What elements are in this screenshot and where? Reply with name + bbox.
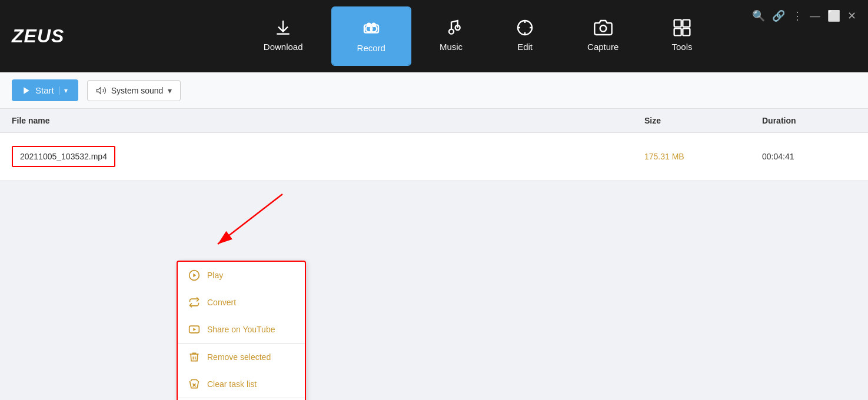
cell-duration: 00:04:41 xyxy=(750,133,868,181)
nav-item-music[interactable]: Music xyxy=(416,8,486,65)
table-header-row: File name Size Duration xyxy=(0,109,868,133)
file-name-value: 20211005_103532.mp4 xyxy=(12,146,115,167)
music-icon xyxy=(442,18,461,37)
menu-label-remove: Remove selected xyxy=(207,352,271,362)
titlebar: ZEUS Download Record Music xyxy=(0,0,868,72)
nav-label-record: Record xyxy=(357,43,385,53)
nav-item-tools[interactable]: Tools xyxy=(648,8,716,65)
menu-label-play: Play xyxy=(207,271,223,280)
menu-label-share-youtube: Share on YouTube xyxy=(207,325,275,334)
cell-size: 175.31 MB xyxy=(633,133,750,181)
svg-point-4 xyxy=(372,24,375,26)
svg-marker-12 xyxy=(24,87,29,94)
capture-icon xyxy=(594,18,613,37)
app-logo: ZEUS xyxy=(12,25,64,47)
nav-item-edit[interactable]: Edit xyxy=(492,8,558,65)
youtube-icon xyxy=(188,324,200,335)
nav-item-record[interactable]: Record xyxy=(332,8,410,65)
close-button[interactable]: ✕ xyxy=(847,9,856,22)
svg-marker-17 xyxy=(193,274,196,278)
trash-icon xyxy=(188,351,200,363)
svg-marker-19 xyxy=(193,328,196,331)
menu-item-remove[interactable]: Remove selected xyxy=(178,344,305,371)
svg-point-5 xyxy=(449,29,454,34)
sound-label: System sound xyxy=(111,86,164,95)
nav-label-download: Download xyxy=(264,42,303,52)
content-area: File name Size Duration 20211005_103532.… xyxy=(0,109,868,181)
sound-selector[interactable]: System sound ▾ xyxy=(87,80,181,101)
col-filename: File name xyxy=(0,109,633,133)
menu-item-share-youtube[interactable]: Share on YouTube xyxy=(178,316,305,343)
restore-button[interactable]: ⬜ xyxy=(827,9,840,22)
svg-marker-13 xyxy=(97,87,101,94)
nav-bar: Download Record Music Edit xyxy=(99,8,856,65)
file-table: File name Size Duration 20211005_103532.… xyxy=(0,109,868,181)
nav-item-capture[interactable]: Capture xyxy=(564,8,642,65)
svg-point-7 xyxy=(600,25,606,32)
nav-item-download[interactable]: Download xyxy=(240,8,327,65)
svg-rect-9 xyxy=(683,20,690,27)
menu-item-clear[interactable]: Clear task list xyxy=(178,371,305,398)
menu-item-play[interactable]: Play xyxy=(178,262,305,289)
convert-icon xyxy=(188,296,200,308)
tools-icon xyxy=(673,18,691,37)
minimize-button[interactable]: — xyxy=(810,10,820,22)
play-menu-icon xyxy=(188,269,200,281)
cell-filename: 20211005_103532.mp4 xyxy=(0,133,633,181)
table-row[interactable]: 20211005_103532.mp4 175.31 MB 00:04:41 xyxy=(0,133,868,181)
svg-line-15 xyxy=(218,194,282,244)
start-dropdown-arrow[interactable]: ▾ xyxy=(59,86,68,95)
nav-label-capture: Capture xyxy=(587,42,618,52)
edit-icon xyxy=(516,18,534,37)
col-duration: Duration xyxy=(750,109,868,133)
menu-item-convert[interactable]: Convert xyxy=(178,289,305,316)
col-size: Size xyxy=(633,109,750,133)
svg-rect-10 xyxy=(674,28,681,35)
play-icon xyxy=(22,86,31,95)
search-icon[interactable]: 🔍 xyxy=(752,9,765,22)
annotation-arrow xyxy=(194,188,312,259)
svg-rect-8 xyxy=(674,20,681,27)
start-button[interactable]: Start ▾ xyxy=(12,79,78,101)
window-controls: 🔍 🔗 ⋮ — ⬜ ✕ xyxy=(752,9,856,22)
clear-icon xyxy=(188,378,200,390)
more-icon[interactable]: ⋮ xyxy=(792,9,803,22)
nav-label-music: Music xyxy=(440,42,463,52)
svg-rect-11 xyxy=(683,28,690,35)
sound-icon xyxy=(96,85,107,96)
menu-label-clear: Clear task list xyxy=(207,379,257,389)
start-label: Start xyxy=(35,85,54,95)
nav-label-edit: Edit xyxy=(517,42,533,52)
download-icon xyxy=(274,18,292,37)
context-menu: Play Convert Share on YouTube Remove sel… xyxy=(177,261,306,400)
record-icon xyxy=(362,19,381,38)
share-icon[interactable]: 🔗 xyxy=(772,9,785,22)
toolbar: Start ▾ System sound ▾ xyxy=(0,72,868,109)
svg-point-3 xyxy=(367,24,370,26)
menu-label-convert: Convert xyxy=(207,298,236,307)
sound-dropdown-arrow[interactable]: ▾ xyxy=(168,86,172,95)
nav-label-tools: Tools xyxy=(671,42,692,52)
